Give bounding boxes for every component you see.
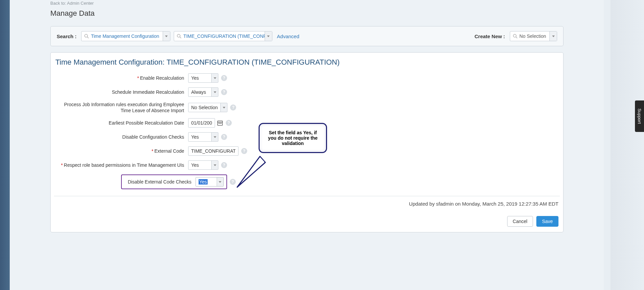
search-label: Search :	[57, 33, 76, 39]
external-code-input[interactable]	[188, 146, 238, 156]
field-enable-recalculation: *Enable Recalculation Yes ?	[54, 73, 560, 83]
svg-rect-8	[219, 123, 219, 124]
field-respect-role: *Respect role based permissions in Time …	[54, 160, 560, 170]
help-icon[interactable]: ?	[221, 162, 227, 168]
select-value: No Selection	[189, 103, 220, 112]
select-value: Yes	[189, 74, 211, 82]
chevron-down-icon[interactable]	[217, 177, 223, 186]
create-new-combo[interactable]: No Selection	[510, 31, 557, 41]
field-label: Schedule Immediate Recalculation	[112, 89, 184, 95]
search-object-value: TIME_CONFIGURATION (TIME_CONFI...	[183, 31, 265, 41]
process-job-select[interactable]: No Selection	[188, 103, 227, 112]
help-icon[interactable]: ?	[221, 134, 227, 140]
field-label: Disable Configuration Checks	[122, 134, 184, 140]
page-title: Manage Data	[50, 9, 564, 18]
help-icon[interactable]: ?	[226, 120, 232, 126]
chevron-down-icon[interactable]	[265, 31, 272, 41]
chevron-down-icon[interactable]	[211, 161, 218, 169]
field-label: Disable External Code Checks	[128, 179, 192, 185]
breadcrumb[interactable]: Back to: Admin Center	[50, 0, 564, 9]
help-icon[interactable]: ?	[241, 148, 247, 154]
help-icon[interactable]: ?	[230, 104, 236, 111]
field-label: Enable Recalculation	[140, 75, 184, 81]
highlighted-field: Disable External Code Checks Yes	[121, 174, 227, 189]
search-icon	[510, 31, 520, 41]
save-button[interactable]: Save	[536, 216, 558, 227]
advanced-link[interactable]: Advanced	[277, 33, 300, 39]
field-label: Process Job Information rules execution …	[64, 102, 184, 113]
divider	[54, 196, 560, 196]
svg-point-0	[85, 34, 88, 37]
schedule-recalculation-select[interactable]: Always	[188, 87, 218, 97]
field-process-job-info: Process Job Information rules execution …	[54, 101, 560, 114]
select-value: Yes	[189, 161, 211, 169]
svg-rect-10	[221, 123, 221, 124]
calendar-icon[interactable]	[217, 120, 223, 126]
svg-line-1	[87, 37, 89, 38]
help-icon[interactable]: ?	[230, 179, 236, 185]
search-type-combo[interactable]: Time Management Configuration	[81, 31, 170, 41]
select-value: Yes	[189, 133, 211, 141]
field-label: Respect role based permissions in Time M…	[64, 162, 184, 168]
help-icon[interactable]: ?	[221, 89, 227, 95]
field-schedule-recalculation: Schedule Immediate Recalculation Always …	[54, 87, 560, 97]
panel-title: Time Management Configuration: TIME_CONF…	[55, 58, 560, 67]
chevron-down-icon[interactable]	[211, 74, 218, 82]
svg-line-5	[516, 37, 517, 38]
config-panel: Time Management Configuration: TIME_CONF…	[50, 52, 564, 232]
create-new-label: Create New :	[475, 33, 505, 39]
create-new-value: No Selection	[520, 31, 549, 41]
chevron-down-icon[interactable]	[211, 133, 218, 141]
field-label: Earliest Possible Recalculation Date	[109, 120, 184, 126]
cancel-button[interactable]: Cancel	[507, 216, 533, 227]
search-type-value: Time Management Configuration	[91, 31, 162, 41]
disable-external-code-select[interactable]: Yes	[196, 177, 224, 187]
chevron-down-icon[interactable]	[211, 88, 218, 96]
select-value: Yes	[196, 177, 217, 186]
earliest-date-input[interactable]	[188, 118, 215, 128]
updated-text: Updated by sfadmin on Monday, March 25, …	[54, 201, 560, 207]
svg-line-3	[180, 37, 181, 38]
chevron-down-icon[interactable]	[220, 103, 227, 112]
annotation-callout: Set the field as Yes, if you do not requ…	[259, 123, 327, 153]
chevron-down-icon[interactable]	[549, 31, 557, 41]
field-label: External Code	[154, 148, 184, 154]
field-disable-external-code-checks: Disable External Code Checks Yes ?	[54, 174, 560, 189]
chevron-down-icon[interactable]	[163, 31, 170, 41]
button-row: Cancel Save	[54, 216, 560, 227]
svg-point-4	[513, 34, 516, 37]
enable-recalculation-select[interactable]: Yes	[188, 73, 218, 83]
svg-point-2	[177, 34, 180, 37]
search-icon	[174, 31, 183, 41]
svg-rect-9	[220, 123, 220, 124]
search-object-combo[interactable]: TIME_CONFIGURATION (TIME_CONFI...	[174, 31, 272, 41]
select-value: Always	[189, 88, 211, 96]
search-bar: Search : Time Management Configuration T…	[50, 26, 564, 46]
support-tab[interactable]: Support	[635, 100, 644, 132]
help-icon[interactable]: ?	[221, 75, 227, 81]
respect-role-select[interactable]: Yes	[188, 160, 218, 170]
search-icon	[82, 31, 91, 41]
disable-config-select[interactable]: Yes	[188, 132, 218, 142]
